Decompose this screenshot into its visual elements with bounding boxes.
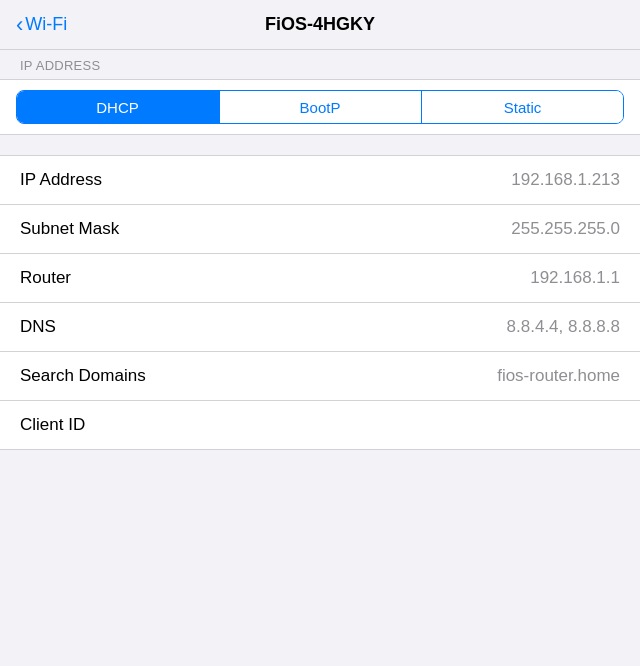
segment-container: DHCP BootP Static [0, 79, 640, 135]
router-label: Router [20, 268, 71, 288]
search-domains-value: fios-router.home [497, 366, 620, 386]
dns-label: DNS [20, 317, 56, 337]
back-button[interactable]: ‹ Wi-Fi [16, 14, 67, 36]
subnet-mask-label: Subnet Mask [20, 219, 119, 239]
client-id-label: Client ID [20, 415, 85, 435]
table-row: DNS 8.8.4.4, 8.8.8.8 [0, 303, 640, 352]
chevron-left-icon: ‹ [16, 14, 23, 36]
dns-value: 8.8.4.4, 8.8.8.8 [507, 317, 620, 337]
table-row: Subnet Mask 255.255.255.0 [0, 205, 640, 254]
back-label: Wi-Fi [25, 14, 67, 35]
ip-address-value: 192.168.1.213 [511, 170, 620, 190]
network-info-table: IP Address 192.168.1.213 Subnet Mask 255… [0, 155, 640, 450]
page-title: FiOS-4HGKY [265, 14, 375, 35]
segment-bootp[interactable]: BootP [220, 91, 421, 123]
segment-static[interactable]: Static [422, 91, 623, 123]
table-row: IP Address 192.168.1.213 [0, 156, 640, 205]
subnet-mask-value: 255.255.255.0 [511, 219, 620, 239]
ip-address-label: IP Address [20, 170, 102, 190]
table-row: Router 192.168.1.1 [0, 254, 640, 303]
search-domains-label: Search Domains [20, 366, 146, 386]
nav-bar: ‹ Wi-Fi FiOS-4HGKY [0, 0, 640, 50]
section-header-ip-address: IP ADDRESS [0, 50, 640, 79]
router-value: 192.168.1.1 [530, 268, 620, 288]
segment-dhcp[interactable]: DHCP [17, 91, 218, 123]
table-row: Search Domains fios-router.home [0, 352, 640, 401]
table-row: Client ID [0, 401, 640, 449]
ip-mode-segment: DHCP BootP Static [16, 90, 624, 124]
